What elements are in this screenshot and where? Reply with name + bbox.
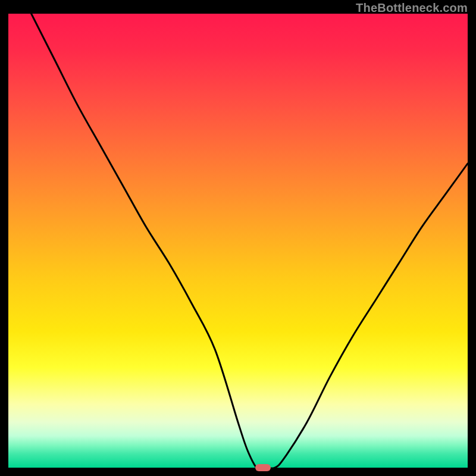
watermark-text: TheBottleneck.com xyxy=(356,1,468,15)
chart-frame: TheBottleneck.com xyxy=(0,0,476,476)
plot-area xyxy=(8,14,468,468)
bottleneck-curve xyxy=(8,14,468,468)
optimum-marker xyxy=(255,464,271,471)
